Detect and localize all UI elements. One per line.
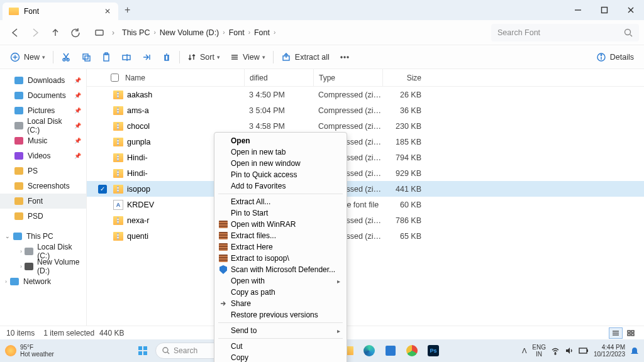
table-row[interactable]: Hindi-23 1:35 PMCompressed (zipped)...92…: [87, 165, 644, 181]
context-menu-item[interactable]: Open in new window: [214, 158, 347, 169]
back-button[interactable]: [5, 23, 25, 43]
table-row[interactable]: AKRDEV3 6:52 PMTrueType font file60 KB: [87, 197, 644, 212]
svg-rect-39: [138, 351, 142, 355]
close-button[interactable]: [618, 0, 644, 20]
details-button[interactable]: Details: [591, 48, 639, 66]
more-button[interactable]: [335, 48, 355, 66]
up-button[interactable]: [45, 23, 65, 43]
store-icon[interactable]: [382, 342, 399, 359]
wifi-icon[interactable]: [551, 346, 560, 355]
context-menu-item[interactable]: Scan with Microsoft Defender...: [214, 264, 347, 275]
notifications-icon[interactable]: [630, 346, 639, 355]
sidebar-item[interactable]: Font: [0, 194, 86, 209]
refresh-button[interactable]: [65, 23, 86, 43]
context-menu-item[interactable]: Copy: [214, 352, 347, 362]
select-all-checkbox[interactable]: [111, 74, 119, 82]
context-menu-item[interactable]: Open with WinRAR: [214, 219, 347, 230]
search-input[interactable]: Search Font: [491, 24, 639, 41]
menu-separator: [218, 338, 343, 339]
view-button[interactable]: View ▾: [225, 48, 270, 66]
breadcrumb-segment[interactable]: This PC: [122, 28, 150, 37]
context-menu-item[interactable]: Extract Here: [214, 241, 347, 253]
start-button[interactable]: [134, 342, 152, 359]
table-row[interactable]: ✓isopop23 4:32 PMCompressed (zipped)...4…: [87, 181, 644, 197]
delete-icon[interactable]: [157, 48, 177, 66]
close-tab-icon[interactable]: ✕: [103, 7, 112, 16]
context-menu-item[interactable]: Copy as path: [214, 287, 347, 298]
zip-icon: [113, 185, 123, 194]
photoshop-icon[interactable]: Ps: [425, 342, 442, 359]
battery-icon[interactable]: [579, 347, 589, 354]
edge-icon[interactable]: [360, 342, 378, 359]
breadcrumb-segment[interactable]: Font: [229, 28, 245, 37]
breadcrumb-segment[interactable]: New Volume (D:): [160, 28, 219, 37]
context-menu-item[interactable]: Extract All...: [214, 196, 347, 207]
share-icon[interactable]: [136, 48, 157, 66]
context-menu-item[interactable]: Restore previous versions: [214, 309, 347, 321]
chrome-icon[interactable]: [403, 342, 421, 359]
sidebar-this-pc[interactable]: ⌄This PC: [0, 229, 86, 244]
sidebar-item[interactable]: Videos📌: [0, 148, 86, 163]
context-menu-item[interactable]: Open in new tab: [214, 146, 347, 158]
paste-icon[interactable]: [96, 48, 116, 66]
column-headers[interactable]: Name dified Type Size: [87, 69, 644, 87]
table-row[interactable]: gunpla3 4:57 PMCompressed (zipped)...185…: [87, 134, 644, 150]
zip-icon: [113, 122, 123, 131]
zip-icon: [113, 232, 123, 241]
sidebar-item[interactable]: Downloads📌: [0, 73, 86, 88]
sidebar-item[interactable]: PSD: [0, 209, 86, 224]
language-indicator[interactable]: ENG IN: [532, 344, 546, 358]
sidebar-drive[interactable]: ›New Volume (D:): [0, 259, 86, 274]
sidebar-drive[interactable]: ›Local Disk (C:): [0, 244, 86, 259]
new-tab-button[interactable]: +: [125, 4, 130, 16]
location-icon[interactable]: [89, 23, 109, 43]
row-checkbox[interactable]: ✓: [98, 185, 107, 194]
sidebar-item[interactable]: Local Disk (C:)📌: [0, 118, 86, 133]
copy-icon[interactable]: [76, 48, 96, 66]
table-row[interactable]: Hindi-3 6:56 PMCompressed (zipped)...794…: [87, 150, 644, 165]
details-view-button[interactable]: [609, 327, 623, 339]
sidebar-item[interactable]: Pictures📌: [0, 103, 86, 118]
minimize-button[interactable]: [565, 0, 591, 20]
sort-button[interactable]: Sort ▾: [182, 48, 225, 66]
pic-icon: [14, 106, 24, 115]
context-menu-item[interactable]: Add to Favorites: [214, 180, 347, 192]
context-menu-item[interactable]: Pin to Quick access: [214, 169, 347, 180]
cut-icon[interactable]: [56, 48, 76, 66]
table-row[interactable]: ams-a3 5:04 PMCompressed (zipped)...36 K…: [87, 102, 644, 118]
context-menu-item[interactable]: Pin to Start: [214, 207, 347, 219]
extract-all-button[interactable]: Extract all: [276, 48, 335, 66]
breadcrumb-segment[interactable]: Font: [254, 28, 270, 37]
tray-chevron-icon[interactable]: ᐱ: [522, 347, 527, 355]
context-menu-item[interactable]: Extract to isopop\: [214, 253, 347, 264]
window-tab[interactable]: Font ✕: [3, 3, 118, 20]
clock[interactable]: 4:44 PM 10/12/2023: [594, 344, 625, 358]
sidebar-item[interactable]: Screenshots: [0, 178, 86, 194]
context-menu-item[interactable]: Share: [214, 298, 347, 309]
forward-button[interactable]: [25, 23, 45, 43]
sidebar-network[interactable]: ›Network: [0, 274, 86, 289]
table-row[interactable]: quenti3 4:57 PMCompressed (zipped)...65 …: [87, 228, 644, 244]
folder-icon: [14, 212, 24, 221]
table-row[interactable]: aakash3 4:50 PMCompressed (zipped)...26 …: [87, 87, 644, 102]
context-menu-item[interactable]: Extract files...: [214, 230, 347, 241]
status-selected: 1 item selected: [43, 329, 94, 337]
table-row[interactable]: chocol3 4:58 PMCompressed (zipped)...230…: [87, 118, 644, 134]
title-bar: Font ✕ +: [0, 0, 644, 20]
context-menu-item[interactable]: Cut: [214, 341, 347, 352]
breadcrumb[interactable]: This PC›New Volume (D:)›Font›Font›: [117, 24, 486, 41]
sidebar-item[interactable]: PS: [0, 163, 86, 178]
pin-icon: 📌: [74, 138, 81, 144]
context-menu-item[interactable]: Open: [214, 135, 347, 146]
maximize-button[interactable]: [591, 0, 618, 20]
sidebar-item[interactable]: Music📌: [0, 133, 86, 148]
weather-widget[interactable]: 95°F Hot weather: [5, 344, 54, 358]
context-menu-item[interactable]: Open with▸: [214, 275, 347, 287]
icons-view-button[interactable]: [624, 327, 638, 339]
context-menu-item[interactable]: Send to▸: [214, 325, 347, 336]
table-row[interactable]: nexa-r3 4:55 PMCompressed (zipped)...786…: [87, 212, 644, 228]
new-button[interactable]: New ▾: [5, 48, 50, 66]
sidebar-item[interactable]: Documents📌: [0, 88, 86, 103]
volume-icon[interactable]: [565, 346, 574, 355]
rename-icon[interactable]: [116, 48, 136, 66]
